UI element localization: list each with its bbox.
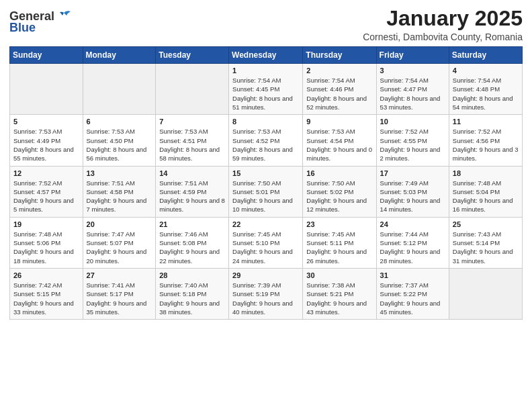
day-info: Sunrise: 7:54 AM Sunset: 4:46 PM Dayligh… — [306, 76, 372, 111]
page-header: General Blue January 2025 Cornesti, Damb… — [9, 7, 523, 42]
day-info: Sunrise: 7:42 AM Sunset: 5:15 PM Dayligh… — [13, 281, 79, 316]
calendar-cell: 21Sunrise: 7:46 AM Sunset: 5:08 PM Dayli… — [156, 217, 229, 268]
day-number: 15 — [232, 169, 299, 177]
calendar-cell: 11Sunrise: 7:52 AM Sunset: 4:56 PM Dayli… — [449, 115, 522, 166]
day-number: 25 — [453, 220, 519, 228]
day-number: 21 — [159, 220, 225, 228]
day-number: 27 — [87, 271, 152, 279]
day-number: 19 — [13, 220, 79, 228]
calendar-cell: 20Sunrise: 7:47 AM Sunset: 5:07 PM Dayli… — [83, 217, 156, 268]
day-number: 3 — [380, 66, 445, 75]
calendar-cell: 23Sunrise: 7:45 AM Sunset: 5:11 PM Dayli… — [303, 217, 376, 268]
day-number: 9 — [306, 118, 372, 126]
day-info: Sunrise: 7:49 AM Sunset: 5:03 PM Dayligh… — [380, 179, 445, 214]
calendar-cell: 30Sunrise: 7:38 AM Sunset: 5:21 PM Dayli… — [303, 268, 376, 319]
day-info: Sunrise: 7:51 AM Sunset: 4:58 PM Dayligh… — [87, 179, 152, 214]
day-number: 17 — [380, 169, 445, 177]
day-number: 2 — [306, 66, 372, 75]
calendar-cell: 3Sunrise: 7:54 AM Sunset: 4:47 PM Daylig… — [376, 64, 449, 115]
day-info: Sunrise: 7:50 AM Sunset: 5:02 PM Dayligh… — [306, 179, 372, 214]
calendar-cell: 10Sunrise: 7:52 AM Sunset: 4:55 PM Dayli… — [376, 115, 449, 166]
day-info: Sunrise: 7:46 AM Sunset: 5:08 PM Dayligh… — [159, 230, 225, 265]
week-row-1: 1Sunrise: 7:54 AM Sunset: 4:45 PM Daylig… — [10, 64, 523, 115]
day-info: Sunrise: 7:45 AM Sunset: 5:11 PM Dayligh… — [306, 230, 372, 265]
col-saturday: Saturday — [449, 47, 522, 64]
day-info: Sunrise: 7:37 AM Sunset: 5:22 PM Dayligh… — [380, 281, 445, 316]
day-number: 30 — [306, 271, 372, 279]
day-info: Sunrise: 7:41 AM Sunset: 5:17 PM Dayligh… — [87, 281, 152, 316]
calendar-page: General Blue January 2025 Cornesti, Damb… — [0, 0, 532, 411]
month-title: January 2025 — [363, 7, 523, 30]
calendar-cell: 27Sunrise: 7:41 AM Sunset: 5:17 PM Dayli… — [83, 268, 156, 319]
calendar-cell: 22Sunrise: 7:45 AM Sunset: 5:10 PM Dayli… — [229, 217, 303, 268]
day-info: Sunrise: 7:48 AM Sunset: 5:04 PM Dayligh… — [453, 179, 519, 214]
day-number: 7 — [159, 118, 225, 126]
day-info: Sunrise: 7:53 AM Sunset: 4:54 PM Dayligh… — [306, 127, 372, 163]
calendar-cell: 28Sunrise: 7:40 AM Sunset: 5:18 PM Dayli… — [156, 268, 229, 319]
calendar-cell: 4Sunrise: 7:54 AM Sunset: 4:48 PM Daylig… — [449, 64, 522, 115]
title-area: January 2025 Cornesti, Dambovita County,… — [363, 7, 523, 42]
day-info: Sunrise: 7:40 AM Sunset: 5:18 PM Dayligh… — [159, 281, 225, 316]
calendar-cell: 9Sunrise: 7:53 AM Sunset: 4:54 PM Daylig… — [303, 115, 376, 166]
day-info: Sunrise: 7:54 AM Sunset: 4:48 PM Dayligh… — [453, 76, 519, 111]
calendar-cell: 29Sunrise: 7:39 AM Sunset: 5:19 PM Dayli… — [229, 268, 303, 319]
calendar-header-row: Sunday Monday Tuesday Wednesday Thursday… — [10, 47, 523, 64]
calendar-cell: 18Sunrise: 7:48 AM Sunset: 5:04 PM Dayli… — [449, 166, 522, 217]
day-number: 6 — [87, 118, 152, 126]
col-friday: Friday — [376, 47, 449, 64]
day-info: Sunrise: 7:48 AM Sunset: 5:06 PM Dayligh… — [13, 230, 79, 265]
day-number: 24 — [380, 220, 445, 228]
week-row-2: 5Sunrise: 7:53 AM Sunset: 4:49 PM Daylig… — [10, 115, 523, 166]
calendar-cell — [10, 64, 83, 115]
day-info: Sunrise: 7:50 AM Sunset: 5:01 PM Dayligh… — [232, 179, 299, 214]
day-info: Sunrise: 7:54 AM Sunset: 4:47 PM Dayligh… — [380, 76, 445, 111]
calendar-cell: 19Sunrise: 7:48 AM Sunset: 5:06 PM Dayli… — [10, 217, 83, 268]
day-info: Sunrise: 7:52 AM Sunset: 4:56 PM Dayligh… — [453, 127, 519, 163]
day-number: 13 — [87, 169, 152, 177]
logo: General Blue — [9, 9, 72, 35]
col-monday: Monday — [83, 47, 156, 64]
location-subtitle: Cornesti, Dambovita County, Romania — [363, 32, 523, 42]
day-number: 11 — [453, 118, 519, 126]
calendar-cell: 7Sunrise: 7:53 AM Sunset: 4:51 PM Daylig… — [156, 115, 229, 166]
day-info: Sunrise: 7:53 AM Sunset: 4:50 PM Dayligh… — [87, 127, 152, 163]
day-number: 8 — [232, 118, 299, 126]
col-tuesday: Tuesday — [156, 47, 229, 64]
day-info: Sunrise: 7:45 AM Sunset: 5:10 PM Dayligh… — [232, 230, 299, 265]
col-wednesday: Wednesday — [229, 47, 303, 64]
day-number: 10 — [380, 118, 445, 126]
day-info: Sunrise: 7:53 AM Sunset: 4:51 PM Dayligh… — [159, 127, 225, 163]
day-info: Sunrise: 7:51 AM Sunset: 4:59 PM Dayligh… — [159, 179, 225, 214]
week-row-5: 26Sunrise: 7:42 AM Sunset: 5:15 PM Dayli… — [10, 268, 523, 319]
day-info: Sunrise: 7:53 AM Sunset: 4:52 PM Dayligh… — [232, 127, 299, 163]
day-number: 4 — [453, 66, 519, 75]
col-thursday: Thursday — [303, 47, 376, 64]
calendar-cell: 17Sunrise: 7:49 AM Sunset: 5:03 PM Dayli… — [376, 166, 449, 217]
week-row-4: 19Sunrise: 7:48 AM Sunset: 5:06 PM Dayli… — [10, 217, 523, 268]
day-number: 12 — [13, 169, 79, 177]
day-number: 20 — [87, 220, 152, 228]
calendar-cell: 16Sunrise: 7:50 AM Sunset: 5:02 PM Dayli… — [303, 166, 376, 217]
calendar-cell — [449, 268, 522, 319]
calendar-cell: 1Sunrise: 7:54 AM Sunset: 4:45 PM Daylig… — [229, 64, 303, 115]
day-number: 18 — [453, 169, 519, 177]
day-number: 31 — [380, 271, 445, 279]
day-info: Sunrise: 7:39 AM Sunset: 5:19 PM Dayligh… — [232, 281, 299, 316]
calendar-cell: 12Sunrise: 7:52 AM Sunset: 4:57 PM Dayli… — [10, 166, 83, 217]
day-info: Sunrise: 7:47 AM Sunset: 5:07 PM Dayligh… — [87, 230, 152, 265]
day-number: 29 — [232, 271, 299, 279]
day-number: 16 — [306, 169, 372, 177]
calendar-cell: 14Sunrise: 7:51 AM Sunset: 4:59 PM Dayli… — [156, 166, 229, 217]
day-info: Sunrise: 7:52 AM Sunset: 4:57 PM Dayligh… — [13, 179, 79, 214]
calendar-cell: 25Sunrise: 7:43 AM Sunset: 5:14 PM Dayli… — [449, 217, 522, 268]
calendar-cell: 31Sunrise: 7:37 AM Sunset: 5:22 PM Dayli… — [376, 268, 449, 319]
day-number: 22 — [232, 220, 299, 228]
calendar-cell: 13Sunrise: 7:51 AM Sunset: 4:58 PM Dayli… — [83, 166, 156, 217]
calendar-table: Sunday Monday Tuesday Wednesday Thursday… — [9, 46, 523, 320]
day-number: 23 — [306, 220, 372, 228]
calendar-cell: 24Sunrise: 7:44 AM Sunset: 5:12 PM Dayli… — [376, 217, 449, 268]
day-number: 1 — [232, 66, 299, 75]
logo-blue-text: Blue — [9, 21, 36, 35]
day-info: Sunrise: 7:38 AM Sunset: 5:21 PM Dayligh… — [306, 281, 372, 316]
calendar-cell: 15Sunrise: 7:50 AM Sunset: 5:01 PM Dayli… — [229, 166, 303, 217]
